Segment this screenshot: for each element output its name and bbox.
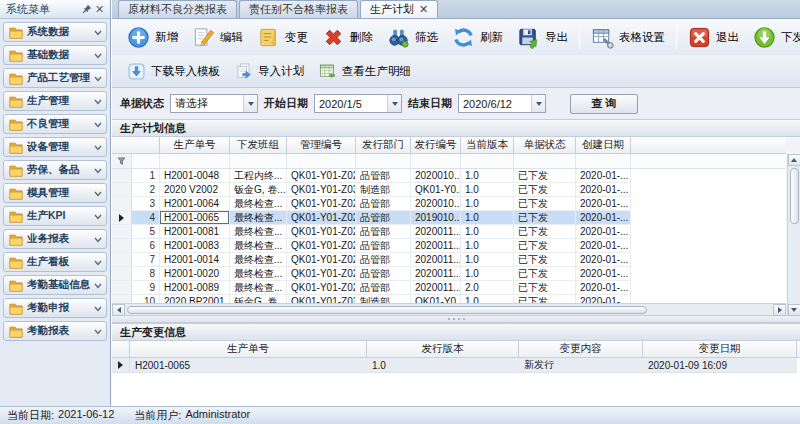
- sidebar-item[interactable]: 基础数据: [3, 45, 107, 65]
- toolbar-button[interactable]: 筛选: [380, 24, 445, 51]
- close-icon[interactable]: ✕: [419, 4, 428, 15]
- sidebar-item[interactable]: 生产管理: [3, 91, 107, 111]
- cell-order: H2001-0064: [160, 197, 230, 211]
- sidebar-item[interactable]: 生产看板: [3, 252, 107, 272]
- toolbar-button[interactable]: 下发计划: [746, 24, 800, 51]
- tab[interactable]: 责任别不合格率报表: [239, 0, 358, 18]
- sidebar-item[interactable]: 不良管理: [3, 114, 107, 134]
- toolbar-button[interactable]: 下载导入模板: [120, 60, 227, 83]
- row-number: 6: [132, 239, 160, 253]
- filter-cell[interactable]: [461, 154, 514, 168]
- cell-created: 2020-01-...: [576, 267, 631, 281]
- cell-team: 钣金G, 卷...: [230, 183, 287, 197]
- table-row[interactable]: 2 2020 V2002 钣金G, 卷... QK01-Y01-Z03 制造部 …: [112, 183, 786, 197]
- filter-cell[interactable]: [411, 154, 461, 168]
- sidebar-item[interactable]: 生产KPI: [3, 206, 107, 226]
- table-row[interactable]: 5 H2001-0081 最终检查... QK01-Y01-Z02 品管部 20…: [112, 225, 786, 239]
- toolbar-button-label: 导入计划: [258, 64, 304, 79]
- table-row[interactable]: 1 H2001-0048 工程内终... QK01-Y01-Z02 品管部 20…: [112, 169, 786, 183]
- header-lead-cell: [112, 137, 160, 153]
- sidebar-item[interactable]: 系统数据: [3, 22, 107, 42]
- column-header[interactable]: 生产单号: [160, 137, 230, 153]
- column-header[interactable]: 下发班组: [230, 137, 287, 153]
- column-header[interactable]: 管理编号: [287, 137, 356, 153]
- tab[interactable]: 原材料不良分类报表: [118, 0, 237, 18]
- sidebar-item[interactable]: 模具管理: [3, 183, 107, 203]
- horizontal-scrollbar[interactable]: [112, 303, 786, 315]
- scroll-left-icon[interactable]: [112, 304, 125, 316]
- cell-created: 2020-01-...: [576, 197, 631, 211]
- filter-cell[interactable]: [576, 154, 631, 168]
- sidebar-item[interactable]: 考勤基础信息: [3, 275, 107, 295]
- scroll-down-icon[interactable]: [788, 304, 800, 316]
- cell-created: 2020-01-...: [576, 225, 631, 239]
- status-filter-select[interactable]: 请选择: [170, 94, 258, 113]
- sidebar-item[interactable]: 设备管理: [3, 137, 107, 157]
- toolbar-button[interactable]: 新增: [120, 24, 185, 51]
- chevron-down-icon[interactable]: [531, 95, 545, 112]
- column-header[interactable]: 发行编号: [411, 137, 461, 153]
- toolbar-button[interactable]: 导入计划: [227, 60, 311, 83]
- close-icon[interactable]: ✕: [93, 3, 106, 16]
- toolbar-button[interactable]: 退出: [681, 24, 746, 51]
- column-header[interactable]: 发行部门: [356, 137, 411, 153]
- scroll-right-icon[interactable]: [773, 304, 786, 316]
- table-row[interactable]: 8 H2001-0020 最终检查... QK01-Y01-Z02 品管部 20…: [112, 267, 786, 281]
- toolbar-button[interactable]: 编辑: [185, 24, 250, 51]
- chevron-down-icon: [94, 256, 102, 268]
- table-row[interactable]: 7 H2001-0014 最终检查... QK01-Y01-Z02 品管部 20…: [112, 253, 786, 267]
- sidebar-item[interactable]: 业务报表: [3, 229, 107, 249]
- table-row[interactable]: 4 H2001-0065 最终检查... QK01-Y01-Z02 品管部 20…: [112, 211, 786, 225]
- row-indicator: [112, 281, 132, 295]
- chevron-down-icon[interactable]: [387, 95, 401, 112]
- toolbar-button[interactable]: 导出: [510, 24, 575, 51]
- sidebar-item[interactable]: 考勤报表: [3, 321, 107, 341]
- cell-team: 最终检查...: [230, 197, 287, 211]
- toolbar-button[interactable]: 刷新: [445, 24, 510, 51]
- column-header[interactable]: 当前版本: [461, 137, 514, 153]
- table-row[interactable]: 6 H2001-0083 最终检查... QK01-Y01-Z02 品管部 20…: [112, 239, 786, 253]
- column-header[interactable]: 发行版本: [367, 341, 519, 357]
- sidebar-item[interactable]: 劳保、备品: [3, 160, 107, 180]
- table-row[interactable]: 3 H2001-0064 最终检查... QK01-Y01-Z02 品管部 20…: [112, 197, 786, 211]
- pin-icon[interactable]: [80, 3, 93, 16]
- cell-version: 1.0: [461, 253, 514, 267]
- cell-manage-no: QK01-Y01-Z02: [287, 169, 356, 183]
- column-header[interactable]: 单据状态: [514, 137, 576, 153]
- column-header[interactable]: 变更日期: [643, 341, 797, 357]
- filter-cell[interactable]: [160, 154, 230, 168]
- sidebar-item[interactable]: 考勤申报: [3, 298, 107, 318]
- sidebar-item-label: 模具管理: [27, 186, 90, 200]
- toolbar-button[interactable]: 删除: [315, 24, 380, 51]
- toolbar-button[interactable]: 表格设置: [584, 24, 672, 51]
- column-header[interactable]: 变更内容: [519, 341, 643, 357]
- end-date-select[interactable]: 2020/6/12: [458, 94, 546, 113]
- query-button[interactable]: 查 询: [570, 94, 638, 114]
- toolbar-main: 新增 编辑 变更 删除 筛选 刷新 导出 表格设置 退出 下发计划: [112, 19, 800, 56]
- filter-cell[interactable]: [230, 154, 287, 168]
- column-header[interactable]: 生产单号: [130, 341, 367, 357]
- toolbar-button[interactable]: 查看生产明细: [311, 60, 418, 83]
- scroll-up-icon[interactable]: [788, 154, 800, 166]
- filter-cell[interactable]: [514, 154, 576, 168]
- sidebar-item[interactable]: 产品工艺管理: [3, 68, 107, 88]
- chevron-down-icon[interactable]: [243, 95, 257, 112]
- filter-cell[interactable]: [356, 154, 411, 168]
- column-header[interactable]: 创建日期: [576, 137, 631, 153]
- folder-icon: [8, 117, 23, 131]
- status-filter-value: 请选择: [171, 96, 243, 111]
- scrollbar-thumb[interactable]: [127, 306, 647, 314]
- filter-cell[interactable]: [132, 154, 160, 168]
- toolbar-button[interactable]: 变更: [250, 24, 315, 51]
- cell-status: 已下发: [514, 267, 576, 281]
- panel-splitter[interactable]: [112, 316, 800, 323]
- table-row[interactable]: 9 H2001-0089 最终检查... QK01-Y01-Z02 品管部 20…: [112, 281, 786, 295]
- cell-team: 最终检查...: [230, 267, 287, 281]
- filter-cell[interactable]: [287, 154, 356, 168]
- row-number: 4: [132, 211, 160, 225]
- vertical-scrollbar[interactable]: [787, 154, 800, 316]
- start-date-select[interactable]: 2020/1/5: [314, 94, 402, 113]
- table-row[interactable]: H2001-0065 1.0 新发行 2020-01-09 16:09: [112, 358, 800, 373]
- tab[interactable]: 生产计划 ✕: [360, 0, 438, 18]
- scrollbar-thumb[interactable]: [790, 168, 799, 224]
